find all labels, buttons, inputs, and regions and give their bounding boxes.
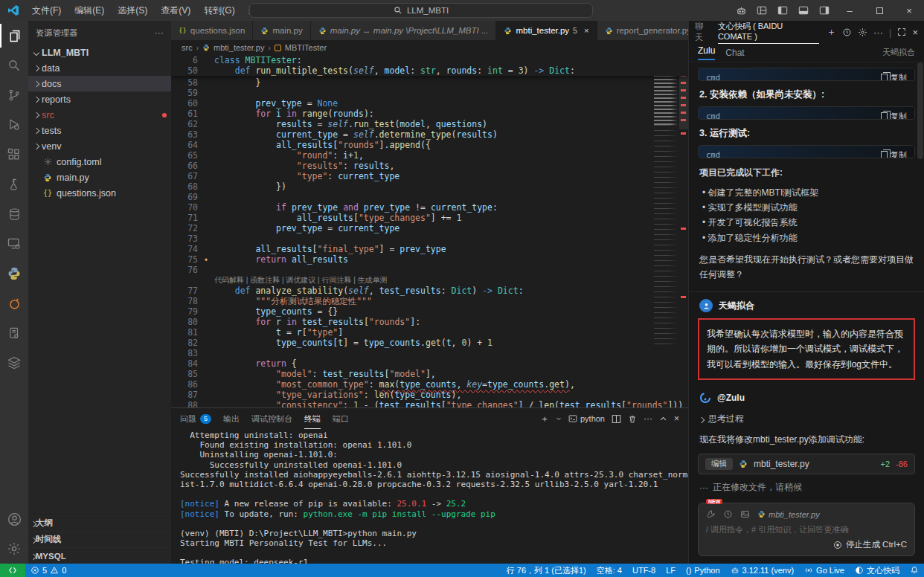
activity-explorer[interactable] — [0, 21, 28, 51]
panel-more-actions-icon[interactable]: ··· — [644, 413, 652, 424]
tree-folder-src[interactable]: src — [28, 107, 171, 123]
new-chat-icon[interactable]: ＋ — [827, 25, 836, 39]
python-interpreter[interactable]: 3.12.11 (venv) — [725, 564, 800, 577]
tools-icon[interactable] — [706, 509, 716, 519]
section-outline[interactable]: 大纲 — [28, 515, 171, 531]
settings-gear-icon[interactable] — [0, 534, 28, 564]
toggle-sidebar-icon[interactable] — [772, 0, 793, 21]
activity-orange-extension[interactable] — [0, 288, 28, 318]
comate-robot-icon[interactable] — [731, 0, 751, 21]
stop-generation-button[interactable]: 停止生成 Ctrl+C — [833, 539, 907, 550]
history-icon[interactable] — [842, 28, 852, 37]
activity-search[interactable] — [0, 51, 28, 80]
activity-layers[interactable] — [0, 348, 28, 378]
panel-tab-terminal[interactable]: 终端 — [304, 408, 321, 429]
window-close-button[interactable]: × — [894, 0, 924, 21]
terminal-dropdown-icon[interactable] — [556, 416, 562, 422]
thinking-toggle[interactable]: 思考过程 — [699, 413, 914, 425]
tab-report-generator-py[interactable]: report_generator.py — [597, 21, 699, 40]
breadcrumb-file[interactable]: mbti_tester.py — [214, 43, 264, 52]
terminal-output[interactable]: Attempting uninstall: openai Found exist… — [171, 429, 688, 564]
menu-file[interactable]: 文件(F) — [25, 0, 68, 21]
menu-view[interactable]: 查看(V) — [154, 0, 197, 21]
activity-extensions[interactable] — [0, 140, 28, 170]
copy-button[interactable]: 复制 — [881, 72, 907, 81]
language-mode[interactable]: () Python — [681, 564, 725, 577]
activity-remote-explorer[interactable] — [0, 229, 28, 259]
menu-selection[interactable]: 选择(S) — [111, 0, 154, 21]
activity-source-control[interactable] — [0, 80, 28, 110]
comate-status[interactable]: 文心快码 — [850, 564, 905, 577]
encoding[interactable]: UTF-8 — [627, 564, 661, 577]
eol[interactable]: LF — [661, 564, 681, 577]
menu-goto[interactable]: 转到(G) — [197, 0, 241, 21]
activity-python[interactable] — [0, 259, 28, 288]
toggle-panel-icon[interactable] — [793, 0, 814, 21]
indentation[interactable]: 空格: 4 — [591, 564, 627, 577]
panel-tab-problems[interactable]: 问题 5 — [180, 408, 211, 429]
customize-layout-icon[interactable] — [751, 0, 772, 21]
window-restore-button[interactable] — [864, 0, 894, 21]
chat-tab-inactive[interactable]: 聊天 — [695, 21, 710, 43]
file-edit-card[interactable]: 编辑 mbti_tester.py +2 -86 — [698, 454, 915, 474]
chat-scrollbar[interactable] — [917, 62, 923, 159]
subtab-chat[interactable]: Chat — [725, 48, 744, 58]
minimap[interactable] — [654, 57, 678, 361]
explorer-more-icon[interactable]: ··· — [155, 28, 164, 37]
new-terminal-icon[interactable]: ＋ — [540, 413, 549, 425]
close-chat-icon[interactable]: × — [912, 27, 918, 38]
toggle-secondary-sidebar-icon[interactable] — [814, 0, 835, 21]
activity-testing[interactable] — [0, 170, 28, 199]
go-live-button[interactable]: Go Live — [799, 564, 850, 577]
tab-mbti-tester-py[interactable]: mbti_tester.py 5 × — [496, 21, 597, 40]
chat-more-icon[interactable]: ··· — [873, 27, 883, 38]
copy-button[interactable]: 复制 — [881, 111, 907, 120]
settings-gear-icon[interactable] — [858, 28, 867, 37]
clock-icon[interactable] — [723, 509, 733, 519]
section-mysql[interactable]: MYSQL — [28, 547, 171, 564]
accounts-icon[interactable] — [0, 504, 28, 534]
panel-tab-ports[interactable]: 端口 — [333, 408, 349, 429]
tree-folder-venv[interactable]: venv — [28, 138, 171, 154]
tree-folder-docs[interactable]: docs — [28, 76, 171, 91]
context-file-chip[interactable]: mbti_tester.py — [757, 510, 820, 519]
command-center-search[interactable]: LLM_MBTI — [249, 3, 593, 18]
section-timeline[interactable]: 时间线 — [28, 531, 171, 547]
tab-main-py[interactable]: main.py — [253, 21, 310, 40]
tree-root-llm-mbti[interactable]: LLM_MBTI — [28, 45, 171, 60]
tree-folder-tests[interactable]: tests — [28, 123, 171, 138]
comate-tab-active[interactable]: 文心快码 ( BAIDU COMATE ) — [718, 21, 819, 44]
tree-folder-data[interactable]: data — [28, 60, 171, 76]
copy-button[interactable]: 复制 — [881, 149, 907, 158]
subtab-zulu[interactable]: Zulu — [698, 45, 715, 60]
cursor-position[interactable]: 行 76，列 1 (已选择1) — [501, 564, 591, 577]
tree-folder-reports[interactable]: reports — [28, 91, 171, 107]
chat-input-box[interactable]: NEW mbti_tester.py / 调用指令，# 引用知识，让回答更准确 — [698, 503, 915, 556]
image-icon[interactable] — [740, 509, 750, 519]
panel-tab-debug-console[interactable]: 调试控制台 — [251, 408, 292, 429]
activity-database[interactable] — [0, 199, 28, 229]
split-terminal-icon[interactable] — [612, 414, 621, 424]
tree-file-config-toml[interactable]: config.toml — [28, 154, 171, 170]
remote-indicator[interactable] — [0, 564, 25, 577]
tree-file-questions-json[interactable]: {} questions.json — [28, 185, 171, 201]
notifications-bell[interactable] — [905, 564, 924, 577]
breadcrumb-src[interactable]: src — [182, 43, 193, 52]
code-editor[interactable]: 6class MBTITester:50 def run_multiple_te… — [171, 55, 688, 407]
chat-message-list[interactable]: cmd 复制 venv\Scripts\activate 2. 安装依赖（如果尚… — [689, 62, 924, 564]
problems-status[interactable]: 5 0 — [25, 564, 71, 577]
activity-run-debug[interactable] — [0, 110, 28, 140]
menu-edit[interactable]: 编辑(E) — [68, 0, 111, 21]
kill-terminal-trash-icon[interactable] — [628, 414, 637, 424]
tree-file-main-py[interactable]: main.py — [28, 170, 171, 185]
tab-questions-json[interactable]: {} questions.json — [171, 21, 253, 40]
panel-tab-output[interactable]: 输出 — [223, 408, 240, 429]
window-minimize-button[interactable]: – — [835, 0, 864, 21]
tab-main-py-diff[interactable]: main.py ↔ main.py \Project\LLM_MBTI ... — [311, 21, 497, 40]
close-panel-icon[interactable]: × — [674, 413, 679, 424]
tab-close-icon[interactable]: × — [584, 26, 589, 35]
breadcrumb-symbol[interactable]: MBTITester — [285, 43, 327, 52]
terminal-shell-item[interactable]: python — [568, 414, 605, 423]
maximize-panel-icon[interactable] — [659, 415, 667, 423]
expand-icon[interactable] — [897, 28, 906, 36]
